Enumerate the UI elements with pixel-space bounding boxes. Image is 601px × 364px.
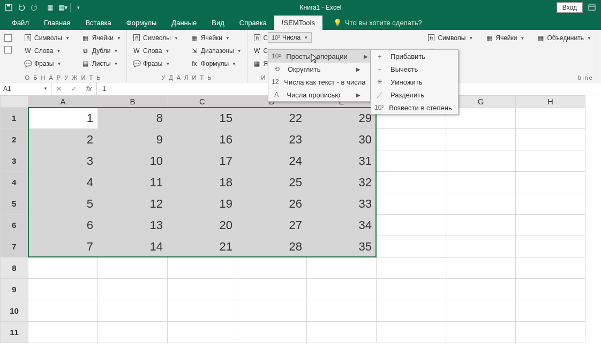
row-header-8[interactable]: 8 — [1, 257, 28, 279]
col-header-C[interactable]: C — [168, 96, 237, 108]
cell-H10[interactable] — [516, 300, 585, 322]
cell-F6[interactable] — [377, 215, 446, 236]
cell-H8[interactable] — [516, 257, 585, 279]
cell-F9[interactable] — [377, 279, 446, 300]
cell-F4[interactable] — [377, 172, 446, 193]
cell-A11[interactable] — [28, 322, 98, 343]
cell-B11[interactable] — [98, 322, 168, 343]
cell-F10[interactable] — [377, 300, 446, 322]
cell-B5[interactable]: 12 — [98, 193, 168, 215]
tab-справка[interactable]: Справка — [232, 16, 274, 30]
cell-D8[interactable] — [237, 257, 307, 279]
row-header-11[interactable]: 11 — [1, 322, 28, 343]
cell-C10[interactable] — [168, 300, 237, 322]
cell-E5[interactable]: 33 — [307, 193, 377, 215]
menu-item-Прибавить[interactable]: ＋Прибавить — [371, 50, 458, 63]
cell-F5[interactable] — [377, 193, 446, 215]
qat-btn-2[interactable]: ▦▾ — [56, 1, 69, 14]
cell-A1[interactable]: 1 — [28, 108, 98, 129]
redo-icon[interactable] — [28, 1, 41, 14]
cell-C7[interactable]: 21 — [168, 236, 237, 257]
save-icon[interactable] — [2, 1, 15, 14]
worksheet-grid[interactable]: ABCDEFGH11815222922916233033101724314411… — [0, 95, 601, 343]
cell-F7[interactable] — [377, 236, 446, 257]
menu-item-Разделить[interactable]: ／Разделить — [371, 88, 458, 101]
cell-G10[interactable] — [446, 300, 516, 322]
cell-D2[interactable]: 23 — [237, 129, 307, 150]
cell-E11[interactable] — [307, 322, 377, 343]
col-header-A[interactable]: A — [28, 96, 98, 108]
cell-E7[interactable]: 35 — [307, 236, 377, 257]
cell-E1[interactable]: 29 — [307, 108, 377, 129]
cell-D9[interactable] — [237, 279, 307, 300]
cell-D6[interactable]: 27 — [237, 215, 307, 236]
ribbon-btn-Символы[interactable]: 🄰Символы▼ — [130, 32, 181, 44]
cell-C3[interactable]: 17 — [168, 150, 237, 172]
tab-формулы[interactable]: Формулы — [119, 16, 164, 30]
cell-B4[interactable]: 11 — [98, 172, 168, 193]
cell-H7[interactable] — [516, 236, 585, 257]
cell-H5[interactable] — [516, 193, 585, 215]
cell-G3[interactable] — [446, 150, 516, 172]
row-header-5[interactable]: 5 — [1, 193, 28, 215]
tab-главная[interactable]: Главная — [36, 16, 78, 30]
cell-D7[interactable]: 28 — [237, 236, 307, 257]
tab-вставка[interactable]: Вставка — [78, 16, 118, 30]
ribbon-btn-Объединить[interactable]: ▦Объединить▼ — [534, 32, 593, 44]
menu-item-Простые операции[interactable]: 10²Простые операции▶ — [268, 50, 370, 63]
cell-D4[interactable]: 25 — [237, 172, 307, 193]
row-header-7[interactable]: 7 — [1, 236, 28, 257]
cell-G8[interactable] — [446, 257, 516, 279]
cell-A3[interactable]: 3 — [28, 150, 98, 172]
cell-C9[interactable] — [168, 279, 237, 300]
cell-B1[interactable]: 8 — [98, 108, 168, 129]
fx-icon[interactable]: fx — [81, 85, 96, 93]
ribbon-btn-Ячейки[interactable]: ▦Ячейки▼ — [483, 32, 527, 44]
cell-F8[interactable] — [377, 257, 446, 279]
cell-G11[interactable] — [446, 322, 516, 343]
ribbon-btn-Слова[interactable]: WСлова▼ — [130, 45, 181, 57]
cell-D3[interactable]: 24 — [237, 150, 307, 172]
ribbon-btn-Ячейки[interactable]: ▦Ячейки▼ — [79, 32, 123, 44]
menu-item-Возвести в степень[interactable]: 10²Возвести в степень — [371, 101, 458, 114]
undo-icon[interactable] — [15, 1, 28, 14]
cell-G5[interactable] — [446, 193, 516, 215]
cell-D11[interactable] — [237, 322, 307, 343]
cell-G7[interactable] — [446, 236, 516, 257]
cell-B2[interactable]: 9 — [98, 129, 168, 150]
col-header-H[interactable]: H — [516, 96, 585, 108]
cell-H9[interactable] — [516, 279, 585, 300]
cell-C4[interactable]: 18 — [168, 172, 237, 193]
cell-C11[interactable] — [168, 322, 237, 343]
cell-C6[interactable]: 20 — [168, 215, 237, 236]
cell-C1[interactable]: 15 — [168, 108, 237, 129]
row-header-1[interactable]: 1 — [1, 108, 28, 129]
cell-B10[interactable] — [98, 300, 168, 322]
qat-customize[interactable]: ▾ — [72, 1, 85, 14]
ribbon-btn-Фразы[interactable]: 💬Фразы▼ — [130, 58, 181, 70]
cell-D5[interactable]: 26 — [237, 193, 307, 215]
menu-item-Умножить[interactable]: ✳Умножить — [371, 75, 458, 88]
cell-H11[interactable] — [516, 322, 585, 343]
tell-me[interactable]: 💡 Что вы хотите сделать? — [328, 16, 427, 30]
cell-A7[interactable]: 7 — [28, 236, 98, 257]
menu-item-Числа прописью[interactable]: АЧисла прописью▶ — [268, 88, 370, 101]
login-button[interactable]: Вход — [557, 2, 583, 13]
cell-B3[interactable]: 10 — [98, 150, 168, 172]
name-box[interactable]: A1 ▼ — [0, 82, 51, 95]
numbers-dropdown[interactable]: 10² Числа ▼ — [268, 32, 312, 43]
cell-B6[interactable]: 13 — [98, 215, 168, 236]
cell-E4[interactable]: 32 — [307, 172, 377, 193]
cell-A8[interactable] — [28, 257, 98, 279]
cell-D10[interactable] — [237, 300, 307, 322]
col-header-B[interactable]: B — [98, 96, 168, 108]
cell-E6[interactable]: 34 — [307, 215, 377, 236]
ribbon-btn-Слова[interactable]: WСлова▼ — [21, 45, 72, 57]
ribbon-display-icon[interactable] — [587, 3, 597, 12]
cell-H1[interactable] — [516, 108, 585, 129]
ribbon-btn-Символы[interactable]: 🄰Символы▼ — [425, 32, 475, 44]
cell-H6[interactable] — [516, 215, 585, 236]
ribbon-btn-Листы[interactable]: ▤Листы▼ — [79, 58, 123, 70]
row-header-3[interactable]: 3 — [1, 150, 28, 172]
row-header-10[interactable]: 10 — [1, 300, 28, 322]
